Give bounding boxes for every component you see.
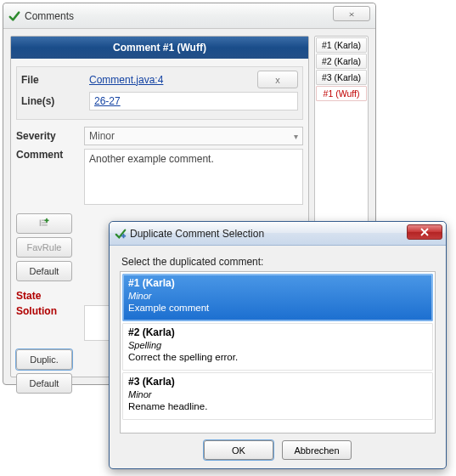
severity-dropdown[interactable]: Minor ▾ — [84, 127, 303, 145]
row-comment: Comment Another example comment. — [16, 149, 303, 205]
duplicate-list[interactable]: #1 (Karla) Minor Example comment #2 (Kar… — [120, 271, 436, 434]
label-solution: Solution — [16, 305, 84, 317]
check-icon — [8, 10, 20, 22]
dup-item-title: #3 (Karla) — [128, 376, 427, 388]
sidebar-item[interactable]: #1 (Wuff) — [316, 86, 367, 101]
sidebar-item[interactable]: #2 (Karla) — [316, 54, 367, 69]
svg-rect-7 — [121, 235, 126, 236]
close-button[interactable]: ⨉ — [333, 6, 370, 21]
duplicate-buttons: OK Abbrechen — [120, 434, 436, 463]
dup-item-desc: Rename headline. — [128, 400, 427, 412]
close-glyph: ⨉ — [349, 8, 354, 18]
comment-value: Another example comment. — [89, 153, 214, 165]
severity-value: Minor — [89, 130, 115, 142]
lines-link[interactable]: 26-27 — [94, 95, 121, 107]
rule-icon-button[interactable] — [16, 213, 72, 234]
duplicate-item[interactable]: #2 (Karla) Spelling Correct the spelling… — [122, 323, 433, 371]
file-lines-group: File Comment.java:4 x Line(s) 26-27 — [16, 66, 303, 120]
duplicate-item[interactable]: #3 (Karla) Minor Rename headline. — [122, 372, 433, 420]
duplicate-title: Duplicate Comment Selection — [130, 228, 264, 240]
duplicate-item[interactable]: #1 (Karla) Minor Example comment — [122, 274, 433, 321]
label-lines: Line(s) — [21, 95, 89, 107]
comment-side-buttons: FavRule Default — [16, 213, 84, 281]
sidebar-item[interactable]: #1 (Karla) — [316, 37, 367, 53]
chevron-down-icon: ▾ — [294, 132, 298, 141]
titlebar[interactable]: Comments ⨉ — [3, 3, 375, 29]
file-link[interactable]: Comment.java:4 — [89, 74, 163, 86]
duplicate-body: Select the duplicated comment: #1 (Karla… — [110, 246, 446, 468]
duplicate-ok-button[interactable]: OK — [204, 440, 273, 460]
svg-rect-5 — [44, 219, 48, 221]
label-state: State — [16, 290, 84, 302]
label-file: File — [21, 74, 89, 86]
dup-item-desc: Example comment — [128, 302, 427, 314]
dup-item-severity: Minor — [128, 291, 427, 302]
default-button-2[interactable]: Default — [16, 373, 72, 394]
svg-rect-0 — [39, 219, 41, 226]
dup-item-desc: Correct the spelling error. — [128, 351, 427, 363]
dup-item-severity: Spelling — [128, 340, 427, 351]
default-button-1[interactable]: Default — [16, 261, 72, 281]
window-title: Comments — [25, 10, 74, 22]
close-icon — [420, 228, 429, 236]
row-severity: Severity Minor ▾ — [16, 127, 303, 145]
label-comment: Comment — [16, 149, 84, 161]
duplicate-cancel-button[interactable]: Abbrechen — [282, 440, 352, 460]
check-duplicate-icon — [115, 228, 127, 240]
remove-file-button[interactable]: x — [257, 71, 298, 88]
row-file: File Comment.java:4 x — [21, 71, 298, 88]
duplicate-titlebar[interactable]: Duplicate Comment Selection — [110, 222, 446, 246]
dup-item-title: #2 (Karla) — [128, 326, 427, 338]
duplicate-close-button[interactable] — [407, 224, 442, 240]
rule-add-icon — [37, 218, 52, 230]
sidebar-item[interactable]: #3 (Karla) — [316, 70, 367, 85]
dup-item-title: #1 (Karla) — [128, 277, 427, 289]
label-severity: Severity — [16, 130, 84, 142]
favrule-button[interactable]: FavRule — [16, 237, 72, 258]
duplicate-dialog: Duplicate Comment Selection Select the d… — [109, 221, 447, 469]
dup-item-severity: Minor — [128, 389, 427, 400]
lines-field[interactable]: 26-27 — [89, 92, 298, 110]
panel-header: Comment #1 (Wuff) — [11, 37, 308, 59]
row-lines: Line(s) 26-27 — [21, 92, 298, 110]
svg-rect-3 — [42, 224, 48, 225]
comment-textarea[interactable]: Another example comment. — [84, 149, 303, 205]
duplicate-prompt: Select the duplicated comment: — [121, 256, 436, 268]
